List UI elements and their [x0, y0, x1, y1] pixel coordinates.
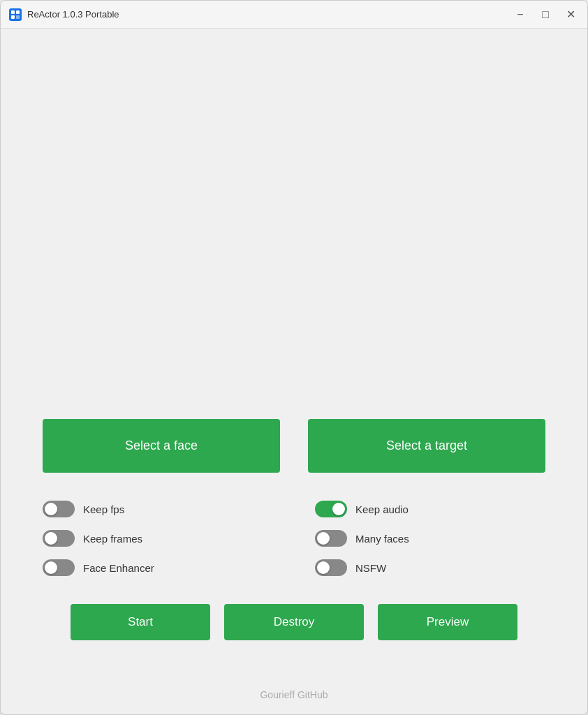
keep-audio-label: Keep audio [355, 503, 409, 515]
many-faces-label: Many faces [355, 533, 409, 545]
minimize-button[interactable]: − [512, 6, 529, 23]
keep-frames-label: Keep frames [83, 533, 142, 545]
select-buttons-row: Select a face Select a target [43, 419, 545, 473]
many-faces-thumb [317, 532, 330, 545]
keep-fps-thumb [45, 503, 57, 515]
svg-rect-1 [11, 10, 15, 14]
nsfw-toggle[interactable] [315, 559, 347, 576]
left-toggle-column: Keep fps Keep frames Face Enhancer [43, 501, 273, 576]
start-button[interactable]: Start [71, 604, 210, 640]
keep-fps-label: Keep fps [83, 503, 124, 515]
svg-rect-0 [9, 8, 22, 21]
toggle-row-keep-frames: Keep frames [43, 530, 273, 547]
face-enhancer-label: Face Enhancer [83, 562, 154, 574]
preview-area [43, 43, 545, 405]
svg-rect-3 [11, 15, 15, 19]
toggle-row-many-faces: Many faces [315, 530, 545, 547]
many-faces-toggle[interactable] [315, 530, 347, 547]
title-bar: ReActor 1.0.3 Portable − □ ✕ [1, 1, 587, 29]
face-enhancer-toggle[interactable] [43, 559, 75, 576]
face-enhancer-thumb [45, 561, 57, 574]
toggles-section: Keep fps Keep frames Face Enhancer [43, 501, 545, 576]
footer-text: Gourieff GitHub [260, 689, 328, 700]
toggle-row-nsfw: NSFW [315, 559, 545, 576]
action-buttons-row: Start Destroy Preview [43, 604, 545, 640]
window-title: ReActor 1.0.3 Portable [27, 9, 512, 20]
keep-frames-thumb [45, 532, 57, 545]
keep-frames-toggle[interactable] [43, 530, 75, 547]
window-controls: − □ ✕ [512, 6, 579, 23]
preview-button[interactable]: Preview [378, 604, 517, 640]
svg-rect-2 [16, 10, 20, 14]
close-button[interactable]: ✕ [562, 6, 579, 23]
destroy-button[interactable]: Destroy [224, 604, 364, 640]
select-face-button[interactable]: Select a face [43, 419, 280, 473]
select-target-button[interactable]: Select a target [308, 419, 545, 473]
nsfw-thumb [317, 561, 330, 574]
toggle-row-keep-audio: Keep audio [315, 501, 545, 517]
toggle-row-face-enhancer: Face Enhancer [43, 559, 273, 576]
main-window: ReActor 1.0.3 Portable − □ ✕ Select a fa… [0, 0, 588, 715]
maximize-button[interactable]: □ [537, 6, 554, 23]
svg-rect-4 [16, 15, 20, 19]
main-content: Select a face Select a target Keep fps [1, 29, 587, 675]
toggle-row-keep-fps: Keep fps [43, 501, 273, 517]
nsfw-label: NSFW [355, 562, 386, 574]
right-toggle-column: Keep audio Many faces NSFW [315, 501, 545, 576]
keep-audio-thumb [332, 503, 345, 515]
keep-audio-toggle[interactable] [315, 501, 347, 517]
footer: Gourieff GitHub [1, 675, 587, 714]
app-icon [9, 8, 22, 21]
keep-fps-toggle[interactable] [43, 501, 75, 517]
